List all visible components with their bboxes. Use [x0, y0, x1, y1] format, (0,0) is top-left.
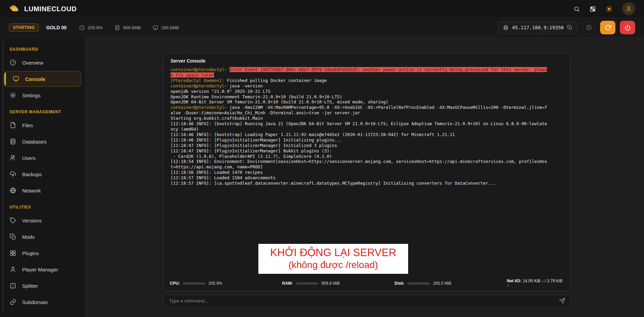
restart-button[interactable]	[600, 21, 615, 34]
console-title: Server Console	[164, 53, 570, 66]
person-icon	[10, 266, 16, 273]
console-line: [12:18:57 INFO]: [ca.spottedleaf.datacon…	[171, 181, 563, 186]
banner-line2: (không được /reload)	[258, 259, 408, 271]
active-indicator	[4, 71, 6, 86]
net-io-label: Net I/O:	[507, 279, 521, 283]
power-icon	[625, 24, 631, 31]
console-line: [12:18:56 INFO]: Loaded 1470 recipes	[171, 170, 563, 175]
sidebar-item-label: Settings	[22, 93, 41, 98]
content-layout: DASHBOARDOverviewConsoleSettingsSERVER M…	[0, 37, 644, 317]
console-line: container@pterodactyl~ Error Event [8077…	[171, 67, 563, 72]
restart-icon	[605, 24, 611, 31]
sidebar-item-backups[interactable]: Backups	[0, 166, 85, 182]
globe-icon	[10, 187, 16, 194]
app-viewport: LUMINECLOUD STARTING GOLD 00 205.9% 959.…	[0, 0, 644, 317]
tag-icon	[10, 217, 16, 224]
server-statusbar: STARTING GOLD 00 205.9% 959.8MB 265.5MB …	[0, 18, 644, 37]
sidebar-section-label: DASHBOARD	[10, 47, 85, 52]
console-line: openjdk version "21.0.9" 2025-10-21 LTS	[171, 89, 563, 94]
console-line: [12:18:46 INFO]: [bootstrap] Running Jav…	[171, 121, 563, 127]
brand-logo: LUMINECLOUD	[9, 5, 77, 13]
sidebar-item-label: Files	[22, 122, 33, 128]
server-console-card: Server Console container@pterodactyl~ Er…	[163, 53, 570, 291]
brand-name: LUMINECLOUD	[24, 5, 77, 13]
copy-address-icon[interactable]	[567, 25, 573, 30]
grid-icon	[10, 250, 16, 256]
monitor-icon	[13, 76, 19, 82]
sidebar-item-plugins[interactable]: Plugins	[0, 245, 85, 261]
console-line: Starting org.bukkit.craftbukkit.Main	[171, 116, 563, 121]
sidebar-item-label: Users	[22, 155, 35, 161]
sidebar-item-player-manager[interactable]: Player Manager	[0, 261, 85, 278]
search-icon[interactable]	[574, 6, 580, 12]
console-line: ncy (amd64)	[171, 127, 563, 132]
sidebar-item-label: Backups	[22, 171, 42, 177]
sidebar-nav: DASHBOARDOverviewConsoleSettingsSERVER M…	[0, 47, 85, 310]
backup-cloud-icon	[10, 171, 16, 178]
sidebar-item-overview[interactable]: Overview	[0, 54, 85, 71]
gear-icon	[10, 92, 16, 99]
console-line: alse -Duser.timezone=Asia/Ho_Chi_Minh -D…	[171, 110, 563, 116]
sidebar-section-label: UTILITIES	[10, 205, 85, 210]
top-header: LUMINECLOUD	[0, 0, 644, 18]
sidebar-section-label: SERVER MANAGEMENT	[10, 110, 85, 114]
server-address: 45.117.166.9:19350	[512, 25, 564, 30]
console-line: container@pterodactyl~ java -version	[171, 83, 563, 89]
restart-warning-banner: KHỞI ĐỘNG LẠI SERVER (không được /reload…	[258, 244, 408, 274]
globe-icon	[503, 25, 509, 30]
console-line: [12:18:46 INFO]: [bootstrap] Loading Pap…	[171, 132, 563, 137]
disk-stat: Disk: 265.5 MiB	[395, 281, 507, 286]
console-line: container@pterodactyl~ java -Xms128M -XX…	[171, 105, 563, 110]
sidebar-item-databases[interactable]: Databases	[0, 133, 85, 150]
cpu-stat-label: CPU:	[170, 281, 180, 286]
server-address-pill: 45.117.166.9:19350	[498, 21, 578, 34]
server-rack-icon	[114, 25, 120, 31]
sidebar-item-label: Splitter	[22, 283, 38, 289]
cpu-stat-value: 205.9%	[208, 281, 222, 286]
sidebar-item-splitter[interactable]: Splitter	[0, 278, 85, 294]
apps-grid-icon[interactable]	[590, 6, 596, 12]
start-button[interactable]	[582, 21, 596, 34]
theme-sun-icon[interactable]	[606, 5, 613, 13]
console-line: OpenJDK Runtime Environment Temurin-21.0…	[171, 94, 563, 100]
server-name: GOLD 00	[46, 25, 67, 30]
sidebar-item-label: Versions	[22, 218, 42, 223]
stop-button[interactable]	[620, 21, 635, 34]
banner-line1: KHỞI ĐỘNG LẠI SERVER	[258, 246, 408, 259]
sidebar-item-mods[interactable]: Mods	[0, 229, 85, 245]
ram-value: 959.8MB	[123, 25, 141, 30]
link-icon	[10, 299, 16, 305]
monitor-icon	[152, 25, 158, 31]
console-line: [12:18:46 INFO]: [PluginInitializerManag…	[171, 137, 563, 143]
user-avatar[interactable]	[622, 2, 635, 15]
console-line: [12:18:54 INFO]: Environment: Environmen…	[171, 159, 563, 164]
sidebar-item-console[interactable]: Console	[4, 71, 81, 87]
console-terminal[interactable]: container@pterodactyl~ Error Event [8077…	[164, 66, 570, 187]
sidebar-item-network[interactable]: Network	[0, 182, 85, 199]
resource-stats-row: CPU: 205.9% RAM: 959.8 MiB Disk: 265.5 M…	[164, 276, 570, 291]
console-line: t=https://api.mojang.com, name=PROD]	[171, 164, 563, 170]
send-command-icon[interactable]	[559, 298, 565, 304]
sidebar-item-files[interactable]: Files	[0, 117, 85, 133]
sidebar-item-versions[interactable]: Versions	[0, 212, 85, 229]
cloud-logo-icon	[9, 5, 20, 13]
sidebar-item-label: Network	[22, 188, 41, 194]
database-icon	[10, 138, 16, 145]
sidebar-item-label: Console	[25, 76, 45, 82]
sidebar-item-users[interactable]: Users	[0, 150, 85, 166]
user-icon	[625, 5, 632, 12]
ram-chip: 959.8MB	[114, 25, 141, 31]
disk-value: 265.5MB	[161, 25, 179, 30]
sidebar-item-settings[interactable]: Settings	[0, 87, 85, 103]
play-circle-icon	[586, 24, 592, 31]
status-badge: STARTING	[9, 23, 39, 32]
sidebar-item-label: Databases	[22, 139, 47, 145]
ram-bar	[296, 282, 318, 285]
sidebar-item-label: Plugins	[22, 250, 39, 256]
file-icon	[10, 122, 16, 129]
main-content: Server Console container@pterodactyl~ Er…	[85, 37, 644, 317]
disk-stat-label: Disk:	[395, 281, 404, 286]
command-input[interactable]	[163, 295, 570, 307]
sidebar-item-subdomain[interactable]: Subdomain	[0, 294, 85, 310]
ram-stat-value: 959.8 MiB	[321, 281, 340, 286]
